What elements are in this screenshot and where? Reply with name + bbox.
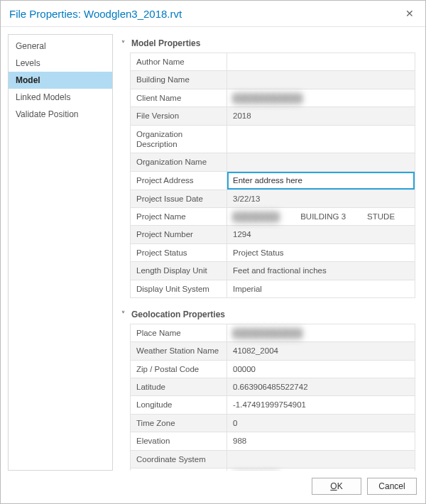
property-row: Latitude0.663906485522742: [131, 378, 415, 396]
property-row: Place Name████████████: [131, 324, 415, 342]
ok-button[interactable]: OK: [312, 478, 361, 495]
property-label: Length Display Unit: [131, 262, 227, 279]
sidebar: GeneralLevelsModelLinked ModelsValidate …: [8, 34, 113, 471]
property-label: Project Number: [131, 226, 227, 243]
property-row: Coordinate System: [131, 451, 415, 469]
sidebar-item-validate-position[interactable]: Validate Position: [9, 106, 112, 123]
sidebar-item-levels[interactable]: Levels: [9, 55, 112, 72]
sidebar-item-general[interactable]: General: [9, 38, 112, 55]
property-value[interactable]: 00000: [227, 361, 415, 378]
model-properties-grid: Author NameBuilding NameClient Name█████…: [130, 53, 415, 298]
property-label: Project Issue Date: [131, 190, 227, 207]
property-value[interactable]: Project Status: [227, 244, 415, 261]
property-row: Longitude-1.47491999754901: [131, 396, 415, 414]
property-row: Client Name████████████: [131, 89, 415, 107]
file-properties-dialog: File Properties: Woodglen3_2018.rvt ✕ Ge…: [0, 0, 426, 504]
property-row: Zip / Postal Code00000: [131, 361, 415, 378]
property-label: Building Name: [131, 71, 227, 88]
property-row: Author Name: [131, 53, 415, 71]
property-row: Building Name: [131, 71, 415, 89]
property-row: Time Zone0: [131, 415, 415, 432]
property-label: Coordinate System: [131, 451, 227, 468]
close-icon[interactable]: ✕: [401, 6, 418, 21]
property-label: Latitude: [131, 378, 227, 395]
section-header-geolocation[interactable]: ˅ Geolocation Properties: [120, 305, 417, 324]
property-row: Weather Station Name41082_2004: [131, 342, 415, 360]
chevron-down-icon: ˅: [121, 310, 129, 318]
property-row: Length Display UnitFeet and fractional i…: [131, 262, 415, 280]
property-value[interactable]: ████████8d47ac7: [227, 469, 415, 471]
property-label: Zip / Postal Code: [131, 361, 227, 378]
property-label: Client Name: [131, 89, 227, 106]
property-value[interactable]: ████████BUILDING 3STUDE: [227, 208, 415, 225]
property-row: Display Unit SystemImperial: [131, 280, 415, 298]
property-value[interactable]: ████████████: [227, 89, 415, 106]
property-label: Weather Station Name: [131, 342, 227, 359]
property-row: Project Issue Date3/22/13: [131, 190, 415, 208]
property-row: Project StatusProject Status: [131, 244, 415, 262]
property-row: Organization Description: [131, 126, 415, 154]
property-row: Elevation988: [131, 432, 415, 450]
property-label: Organization Description: [131, 126, 227, 153]
property-value[interactable]: [227, 71, 415, 88]
property-label: Project Status: [131, 244, 227, 261]
property-value[interactable]: [227, 53, 415, 70]
property-label: Place Name: [131, 324, 227, 341]
cancel-button[interactable]: Cancel: [367, 478, 417, 495]
sidebar-item-model[interactable]: Model: [9, 72, 112, 89]
property-value[interactable]: 3/22/13: [227, 190, 415, 207]
property-value[interactable]: [227, 126, 415, 153]
chevron-down-icon: ˅: [121, 40, 129, 48]
dialog-title: File Properties: Woodglen3_2018.rvt: [9, 8, 182, 20]
property-label: Elevation: [131, 432, 227, 449]
property-value[interactable]: 2018: [227, 107, 415, 124]
property-label: Author Name: [131, 53, 227, 70]
property-value[interactable]: ████████████: [227, 324, 415, 341]
property-label: File Version: [131, 107, 227, 124]
property-value[interactable]: Feet and fractional inches: [227, 262, 415, 279]
property-label: Time Zone: [131, 415, 227, 432]
geolocation-properties-grid: Place Name████████████Weather Station Na…: [130, 324, 415, 471]
section-title: Geolocation Properties: [131, 309, 225, 319]
property-value[interactable]: [227, 451, 415, 468]
property-label: Longitude: [131, 396, 227, 413]
property-label: Project Name: [131, 208, 227, 225]
property-value[interactable]: [227, 153, 415, 170]
property-value[interactable]: Imperial: [227, 280, 415, 297]
section-title: Model Properties: [131, 38, 200, 48]
property-label: Display Unit System: [131, 280, 227, 297]
sidebar-item-linked-models[interactable]: Linked Models: [9, 89, 112, 106]
property-edit-input[interactable]: [227, 172, 415, 190]
property-row: Project Name████████BUILDING 3STUDE: [131, 208, 415, 226]
property-label: Project Address: [131, 172, 227, 190]
dialog-footer: OK Cancel: [1, 471, 425, 503]
property-value[interactable]: 41082_2004: [227, 342, 415, 359]
property-row: Project Number1294: [131, 226, 415, 243]
content-panel: ˅ Model Properties Author NameBuilding N…: [120, 34, 418, 471]
property-label: Organization Name: [131, 153, 227, 170]
dialog-body: GeneralLevelsModelLinked ModelsValidate …: [1, 27, 425, 471]
property-row: Organization Name: [131, 153, 415, 171]
property-value[interactable]: 0: [227, 415, 415, 432]
titlebar: File Properties: Woodglen3_2018.rvt ✕: [1, 1, 425, 27]
property-value[interactable]: [227, 172, 415, 190]
section-header-model[interactable]: ˅ Model Properties: [120, 34, 417, 53]
property-value[interactable]: 988: [227, 432, 415, 449]
property-value[interactable]: 1294: [227, 226, 415, 243]
property-value[interactable]: -1.47491999754901: [227, 396, 415, 413]
property-row: Project Address: [131, 172, 415, 190]
property-value[interactable]: 0.663906485522742: [227, 378, 415, 395]
property-row: File Version2018: [131, 107, 415, 125]
